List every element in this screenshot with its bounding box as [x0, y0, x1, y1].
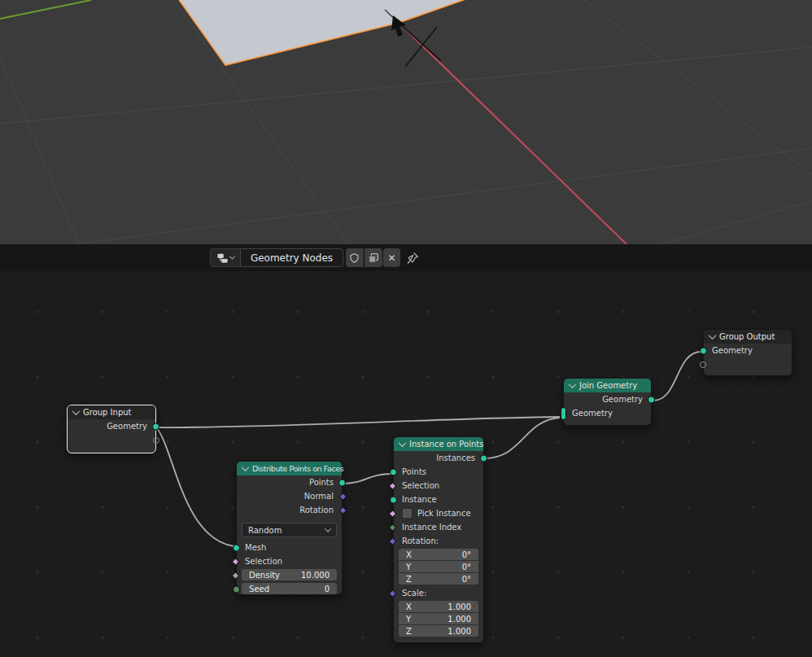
field-label: Z — [406, 627, 412, 636]
viewport-grid — [0, 0, 812, 244]
collapse-chevron-icon[interactable] — [569, 380, 577, 388]
socket-label: Selection — [402, 481, 439, 490]
rotation-x-field[interactable]: X 0° — [399, 549, 478, 560]
field-value: 1.000 — [447, 627, 471, 636]
socket-row: Pick Instance — [394, 506, 483, 520]
scale-y-field[interactable]: Y 1.000 — [399, 613, 478, 624]
virtual-input-socket[interactable] — [700, 361, 706, 368]
field-row: Seed 0 — [237, 583, 342, 596]
rotation-vector-fields: X 0° Y 0° Z 0° — [399, 549, 478, 585]
pin-button[interactable] — [405, 248, 420, 267]
virtual-socket-row — [704, 357, 792, 372]
blender-window: Geometry Nodes ✕ — [0, 0, 812, 657]
seed-input-socket[interactable] — [233, 586, 240, 593]
instances-output-socket[interactable] — [480, 454, 487, 462]
unlink-datablock-button[interactable]: ✕ — [383, 248, 400, 267]
collapse-chevron-icon[interactable] — [399, 439, 407, 447]
duplicate-icon — [368, 252, 379, 264]
geometry-multi-input-socket[interactable] — [561, 407, 566, 420]
socket-row: Instances — [394, 451, 483, 465]
field-label: Seed — [249, 585, 269, 593]
socket-label: Selection — [245, 557, 282, 566]
collapse-chevron-icon[interactable] — [72, 407, 81, 415]
geometry-output-socket[interactable] — [648, 396, 655, 403]
crosshair-cursor-icon — [399, 23, 441, 67]
socket-row: Scale: — [394, 586, 483, 600]
rotation-z-field[interactable]: Z 0° — [399, 573, 478, 585]
rotation-y-field[interactable]: Y 0° — [399, 561, 478, 572]
seed-field[interactable]: Seed 0 — [242, 583, 337, 594]
socket-label: Points — [309, 478, 334, 487]
socket-label: Rotation — [299, 506, 334, 515]
socket-label: Instances — [436, 453, 475, 462]
node-title: Instance on Points — [409, 440, 483, 449]
node-title: Group Input — [83, 408, 132, 417]
node-distribute-points-on-faces[interactable]: Distribute Points on Faces Points Normal… — [236, 461, 343, 595]
field-row: Density 10.000 — [237, 569, 342, 582]
node-header[interactable]: Join Geometry — [564, 379, 651, 392]
socket-label: Instance Index — [402, 523, 461, 532]
collapse-chevron-icon[interactable] — [242, 463, 250, 471]
socket-label: Points — [402, 467, 426, 476]
scale-x-field[interactable]: X 1.000 — [399, 601, 478, 612]
scale-vector-fields: X 1.000 Y 1.000 Z 1.000 — [399, 601, 478, 637]
socket-row: Rotation — [237, 503, 342, 517]
points-input-socket[interactable] — [390, 468, 397, 475]
node-tree-name-input[interactable]: Geometry Nodes — [240, 248, 343, 267]
distribution-method-dropdown[interactable]: Random — [242, 523, 337, 537]
mesh-input-socket[interactable] — [233, 544, 240, 551]
socket-row: Rotation: — [394, 534, 483, 548]
socket-row: Geometry — [704, 344, 792, 357]
collapse-chevron-icon[interactable] — [709, 331, 717, 339]
geometry-nodes-editor[interactable]: Geometry Nodes ✕ — [0, 244, 812, 657]
field-value: 0 — [325, 585, 330, 593]
socket-label: Normal — [304, 492, 334, 501]
field-value: 0° — [462, 550, 471, 559]
3d-viewport[interactable] — [0, 0, 812, 244]
geometry-output-socket[interactable] — [152, 423, 159, 430]
plane-object[interactable] — [177, 0, 470, 65]
points-output-socket[interactable] — [338, 479, 346, 486]
socket-label: Scale: — [402, 589, 426, 598]
node-header[interactable]: Group Output — [704, 330, 792, 344]
socket-label: Rotation: — [402, 537, 439, 545]
field-label: Y — [406, 615, 411, 624]
shield-icon — [349, 252, 360, 264]
geometry-input-socket[interactable] — [700, 347, 707, 354]
field-value: 0° — [462, 563, 471, 572]
node-join-geometry[interactable]: Join Geometry Geometry Geometry — [563, 378, 652, 426]
node-group-input[interactable]: Group Input Geometry — [67, 405, 156, 453]
socket-row: Instance — [394, 493, 483, 506]
socket-row: Geometry — [564, 406, 651, 420]
node-group-output[interactable]: Group Output Geometry — [703, 329, 792, 376]
node-tree-type-button[interactable] — [210, 248, 240, 267]
density-field[interactable]: Density 10.000 — [242, 569, 337, 580]
node-header[interactable]: Group Input — [68, 405, 155, 419]
field-value: 0° — [462, 575, 471, 584]
field-label: X — [406, 550, 412, 559]
socket-label: Geometry — [572, 409, 613, 418]
node-header[interactable]: Instance on Points — [394, 437, 483, 451]
virtual-output-socket[interactable] — [153, 437, 159, 444]
socket-row: Geometry — [564, 392, 651, 406]
virtual-socket-row — [68, 433, 155, 448]
instance-input-socket[interactable] — [390, 496, 397, 503]
socket-row: Instance Index — [394, 520, 483, 534]
socket-label: Geometry — [107, 422, 147, 431]
node-header[interactable]: Distribute Points on Faces — [237, 462, 342, 475]
fake-user-shield-button[interactable] — [346, 248, 364, 267]
dropdown-value: Random — [248, 526, 282, 535]
viewport-scene — [0, 0, 812, 244]
dropdown-chevron-icon — [229, 254, 235, 260]
socket-label: Geometry — [602, 395, 643, 404]
socket-label: Instance — [402, 495, 437, 504]
node-instance-on-points[interactable]: Instance on Points Instances Points Sele… — [393, 436, 484, 643]
socket-label: Mesh — [245, 543, 266, 552]
new-datablock-button[interactable] — [365, 248, 382, 267]
pick-instance-checkbox[interactable] — [402, 508, 413, 519]
scale-z-field[interactable]: Z 1.000 — [399, 625, 478, 637]
socket-row: Points — [237, 475, 342, 489]
field-value: 1.000 — [447, 602, 471, 611]
field-label: Y — [406, 563, 411, 572]
socket-row: Selection — [394, 479, 483, 493]
